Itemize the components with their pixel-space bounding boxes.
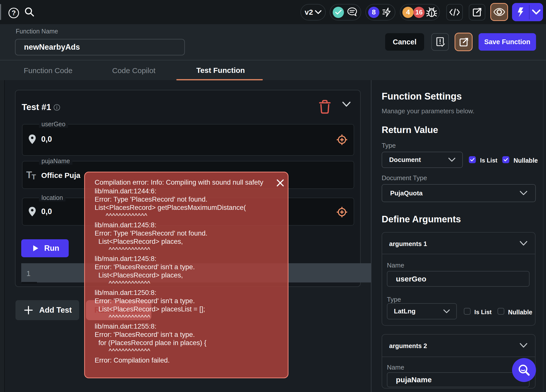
- svg-text:?: ?: [12, 9, 16, 17]
